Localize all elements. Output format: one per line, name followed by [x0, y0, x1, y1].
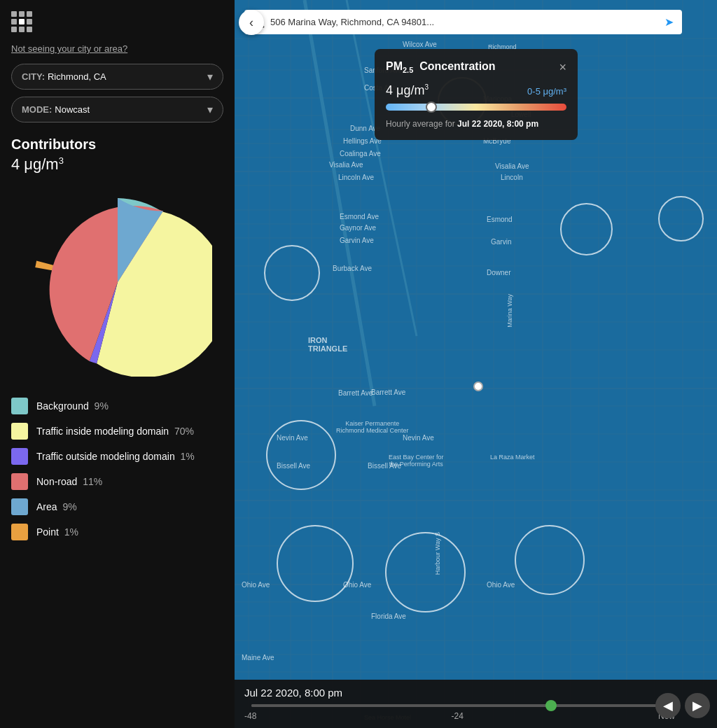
legend: Background 9% Traffic inside modeling do…	[11, 398, 223, 540]
pm-gradient-bar	[386, 104, 566, 111]
legend-color-nonroad	[11, 473, 28, 490]
timeline-bar: Jul 22 2020, 8:00 pm -48 -24 Now ◀ ▶	[235, 680, 717, 728]
city-label: CITY:	[22, 71, 45, 82]
timeline-handle[interactable]	[545, 700, 557, 711]
legend-item-nonroad: Non-road 11%	[11, 473, 223, 490]
timeline-label-mid: -24	[451, 711, 463, 721]
contributors-title: Contributors	[11, 136, 223, 153]
legend-color-point	[11, 524, 28, 540]
legend-label-background: Background 9%	[36, 400, 109, 412]
map-panel[interactable]: California Ave Alfreda Blvd Wilcox Ave S…	[235, 0, 717, 728]
sensor-circle-7	[515, 525, 585, 595]
mode-dropdown[interactable]: MODE: Nowcast ▾	[11, 97, 223, 122]
sensor-circle-4	[266, 420, 336, 490]
logo-area	[11, 11, 223, 32]
city-dropdown[interactable]: CITY: Richmond, CA ▾	[11, 64, 223, 90]
legend-color-area	[11, 498, 28, 515]
timeline-label-start: -48	[244, 711, 256, 721]
pm-hourly-date: Jul 22 2020, 8:00 pm	[457, 119, 538, 129]
timeline-prev-button[interactable]: ◀	[655, 693, 681, 718]
app-logo	[11, 11, 32, 32]
timeline-date: Jul 22 2020, 8:00 pm	[244, 687, 675, 699]
pm-range: 0-5 μg/m³	[527, 86, 566, 97]
back-button[interactable]: ‹	[239, 10, 264, 35]
pm-value-row: 4 μg/m3 0-5 μg/m³	[386, 83, 566, 98]
legend-label-traffic-inside: Traffic inside modeling domain 70%	[36, 426, 194, 437]
location-arrow-icon[interactable]: ➤	[664, 15, 674, 29]
pm-gradient-indicator	[426, 102, 437, 113]
legend-label-area: Area 9%	[36, 501, 77, 512]
city-value: Richmond, CA	[48, 71, 207, 82]
sensor-circle-richmond	[560, 203, 613, 255]
svg-line-52	[305, 0, 375, 406]
legend-color-background	[11, 398, 28, 414]
timeline-next-button[interactable]: ▶	[685, 693, 710, 718]
left-panel: Not seeing your city or area? CITY: Rich…	[0, 0, 235, 728]
pie-chart	[23, 188, 212, 377]
sensor-circle-6	[385, 532, 466, 612]
legend-item-point: Point 1%	[11, 524, 223, 540]
not-seeing-link[interactable]: Not seeing your city or area?	[11, 43, 223, 54]
sensor-circle-5	[277, 525, 354, 602]
timeline-nav: ◀ ▶	[655, 693, 710, 718]
timeline-labels: -48 -24 Now	[244, 711, 675, 721]
pm-popup-header: PM2.5 Concentration ×	[386, 60, 566, 75]
legend-item-traffic-inside: Traffic inside modeling domain 70%	[11, 423, 223, 440]
legend-item-background: Background 9%	[11, 398, 223, 414]
pm-popup-title: PM2.5 Concentration	[386, 60, 496, 74]
pie-chart-container	[11, 188, 223, 377]
pm-popup-close[interactable]: ×	[559, 60, 566, 75]
legend-item-traffic-outside: Traffic outside modeling domain 1%	[11, 448, 223, 465]
legend-item-area: Area 9%	[11, 498, 223, 515]
timeline-track[interactable]	[251, 704, 668, 707]
mode-dropdown-arrow: ▾	[207, 103, 213, 116]
pm-value: 4 μg/m3	[386, 83, 429, 98]
timeline-fill	[251, 704, 551, 707]
legend-label-traffic-outside: Traffic outside modeling domain 1%	[36, 451, 195, 462]
pm-hourly-label: Hourly average for Jul 22 2020, 8:00 pm	[386, 119, 566, 129]
search-input-text: 506 Marina Way, Richmond, CA 94801...	[270, 17, 659, 27]
search-bar[interactable]: 🔍 506 Marina Way, Richmond, CA 94801... …	[244, 10, 682, 34]
sensor-circle-3	[658, 196, 704, 241]
legend-label-nonroad: Non-road 11%	[36, 476, 102, 487]
legend-color-traffic-outside	[11, 448, 28, 465]
legend-label-point: Point 1%	[36, 526, 78, 538]
city-dropdown-arrow: ▾	[207, 70, 213, 83]
pm-popup: PM2.5 Concentration × 4 μg/m3 0-5 μg/m³ …	[375, 49, 578, 140]
concentration-value: 4 μg/m3	[11, 155, 223, 174]
location-dot	[473, 382, 483, 391]
legend-color-traffic-inside	[11, 423, 28, 440]
mode-label: MODE:	[22, 104, 52, 115]
mode-value: Nowcast	[55, 104, 207, 115]
sensor-circle-1	[264, 245, 320, 301]
